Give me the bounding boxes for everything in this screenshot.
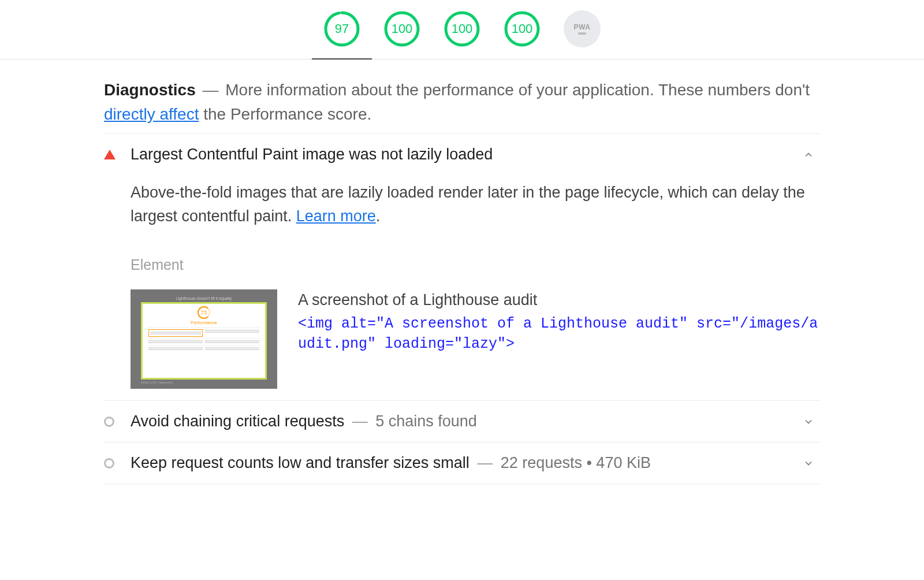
score-gauge-accessibility[interactable]: 100: [383, 10, 420, 47]
element-code-snippet: <img alt="A screenshot of a Lighthouse a…: [298, 314, 820, 354]
pwa-label: PWA: [574, 23, 591, 31]
score-gauge-performance[interactable]: 97: [323, 10, 360, 47]
audit-title: Keep request counts low and transfer siz…: [131, 454, 803, 472]
audit-request-counts: Keep request counts low and transfer siz…: [104, 443, 820, 484]
content-area: Diagnostics — More information about the…: [104, 60, 820, 484]
audit-lcp-lazy-load: Largest Contentful Paint image was not l…: [104, 134, 820, 401]
score-gauge-best-practices[interactable]: 100: [444, 10, 480, 47]
element-text: A screenshot of a Lighthouse audit <img …: [298, 289, 820, 354]
chevron-up-icon: [803, 149, 814, 161]
audit-body: Above-the-fold images that are lazily lo…: [104, 163, 820, 389]
directly-affect-link[interactable]: directly affect: [104, 105, 199, 123]
audit-subtext: 5 chains found: [375, 412, 477, 430]
info-circle-icon: [104, 417, 114, 427]
audit-subtext: 22 requests • 470 KiB: [501, 454, 651, 471]
separator: —: [202, 81, 223, 99]
audit-header[interactable]: Keep request counts low and transfer siz…: [104, 454, 820, 472]
audit-title: Largest Contentful Paint image was not l…: [131, 146, 803, 163]
audit-marker: [104, 150, 118, 159]
element-thumbnail[interactable]: Lighthouse doesn't fill it equally 73 Pe…: [131, 289, 277, 389]
pwa-badge[interactable]: PWA: [564, 10, 601, 47]
diagnostics-title: Diagnostics: [104, 81, 196, 99]
diagnostics-desc-suffix: the Performance score.: [199, 105, 371, 123]
audit-header[interactable]: Avoid chaining critical requests — 5 cha…: [104, 412, 820, 430]
learn-more-link[interactable]: Learn more: [296, 207, 376, 225]
pwa-dash-icon: [578, 32, 586, 35]
audit-marker: [104, 458, 118, 469]
audit-description: Above-the-fold images that are lazily lo…: [131, 181, 820, 228]
score-gauge-seo[interactable]: 100: [504, 10, 541, 47]
audit-desc-suffix: .: [376, 207, 381, 225]
score-value: 100: [444, 10, 480, 47]
element-row: Lighthouse doesn't fill it equally 73 Pe…: [131, 289, 820, 389]
element-section-label: Element: [131, 256, 820, 273]
chevron-down-icon: [803, 458, 814, 469]
score-value: 100: [504, 10, 541, 47]
element-caption: A screenshot of a Lighthouse audit: [298, 289, 820, 311]
audit-header[interactable]: Largest Contentful Paint image was not l…: [104, 146, 820, 163]
score-value: 97: [323, 10, 360, 47]
score-header: 97 100 100 100 PWA: [0, 0, 924, 60]
audit-desc-text: Above-the-fold images that are lazily lo…: [131, 184, 805, 225]
diagnostics-desc-prefix: More information about the performance o…: [225, 81, 810, 99]
audit-marker: [104, 417, 118, 427]
info-circle-icon: [104, 458, 114, 469]
score-value: 100: [383, 10, 420, 47]
audit-title: Avoid chaining critical requests — 5 cha…: [131, 412, 803, 430]
active-tab-underline: [312, 58, 372, 60]
chevron-down-icon: [803, 416, 814, 427]
diagnostics-header: Diagnostics — More information about the…: [104, 78, 820, 134]
triangle-warning-icon: [104, 150, 116, 159]
audit-critical-request-chains: Avoid chaining critical requests — 5 cha…: [104, 401, 820, 443]
